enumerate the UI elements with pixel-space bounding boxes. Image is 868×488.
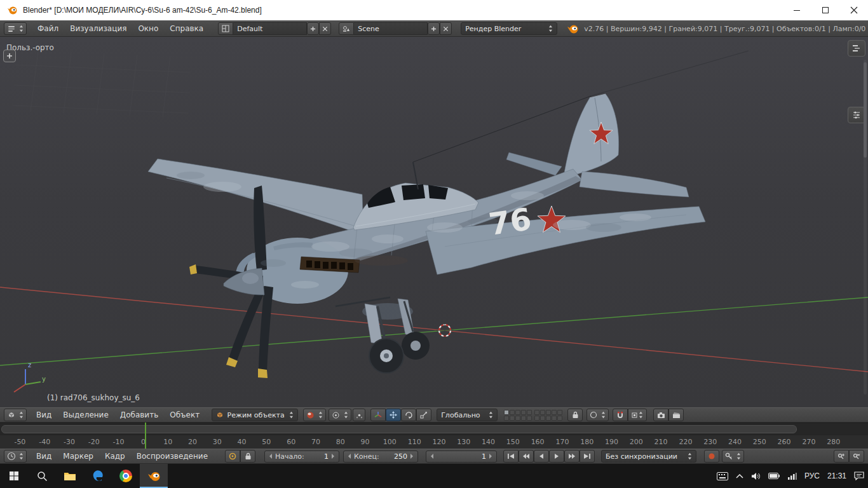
jump-start-icon xyxy=(507,453,515,459)
timeline-tick: -40 xyxy=(32,438,57,446)
play-button[interactable] xyxy=(549,450,564,463)
insert-keyframe-button[interactable] xyxy=(834,450,849,463)
chrome-button[interactable] xyxy=(112,464,140,488)
outliner-icon xyxy=(852,44,861,53)
window-controls xyxy=(782,0,868,20)
tray-keyboard-icon[interactable] xyxy=(717,472,728,480)
minimize-button[interactable] xyxy=(782,0,811,20)
jump-to-end-button[interactable] xyxy=(580,450,595,463)
start-button[interactable] xyxy=(0,464,28,488)
proportional-edit-dropdown[interactable] xyxy=(587,409,609,421)
blender-taskbar-button[interactable] xyxy=(140,464,168,488)
mode-dropdown[interactable]: Режим объекта xyxy=(212,409,298,421)
current-frame-field[interactable]: 1 xyxy=(426,451,497,463)
viewport-shading-dropdown[interactable] xyxy=(303,409,326,421)
close-button[interactable] xyxy=(839,0,868,20)
menu-item[interactable]: Выделение xyxy=(57,410,114,419)
transform-orientation-dropdown[interactable]: Глобально xyxy=(437,409,498,421)
pivot-point-dropdown[interactable] xyxy=(329,409,351,421)
menu-item[interactable]: Кадр xyxy=(99,452,131,461)
menu-item[interactable]: Справка xyxy=(164,24,209,33)
snap-element-dropdown[interactable] xyxy=(628,409,647,421)
menu-item[interactable]: Визуализация xyxy=(64,24,132,33)
jump-next-keyframe-button[interactable] xyxy=(564,450,580,463)
proportional-circle-icon xyxy=(590,411,597,419)
frame-end-field[interactable]: Конец: 250 xyxy=(343,451,418,463)
editor-type-button-view3d[interactable] xyxy=(4,409,27,421)
axis-y-line xyxy=(0,297,868,365)
action-center-icon[interactable] xyxy=(854,471,864,480)
maximize-button[interactable] xyxy=(811,0,839,20)
scale-manipulator-button[interactable] xyxy=(416,409,431,421)
timeline-scrollbar-thumb[interactable] xyxy=(1,425,797,433)
toolshelf-expand-tab[interactable] xyxy=(3,50,16,62)
hidden-icons-chevron[interactable] xyxy=(736,473,743,478)
edge-icon xyxy=(92,470,104,482)
frame-end-value: 250 xyxy=(394,452,407,461)
manipulator-toggle-button[interactable] xyxy=(370,409,386,421)
file-explorer-button[interactable] xyxy=(56,464,84,488)
clock[interactable]: 21:31 xyxy=(827,471,846,480)
screen-layout-field[interactable]: Default xyxy=(233,22,307,35)
edge-button[interactable] xyxy=(84,464,112,488)
play-reverse-button[interactable] xyxy=(534,450,549,463)
sync-mode-dropdown[interactable]: Без синхронизации xyxy=(601,450,696,463)
menu-item[interactable]: Вид xyxy=(31,410,57,419)
editor-type-button-timeline[interactable] xyxy=(4,450,27,463)
menu-item[interactable]: Воспроизведение xyxy=(131,452,214,461)
frame-start-field[interactable]: Начало: 1 xyxy=(264,451,339,463)
preview-range-toggle[interactable] xyxy=(225,450,240,463)
viewport-scrollbar[interactable] xyxy=(864,60,867,395)
timeline-ruler[interactable]: -50-40-30-20-100102030405060708090100110… xyxy=(0,435,868,449)
frame-start-value: 1 xyxy=(324,452,329,461)
timeline-scrub-area[interactable] xyxy=(0,423,868,435)
menu-item[interactable]: Добавить xyxy=(114,410,164,419)
volume-icon[interactable] xyxy=(751,472,761,480)
rotate-manipulator-button[interactable] xyxy=(401,409,416,421)
screen-layout-browse-button[interactable] xyxy=(218,22,233,35)
network-icon[interactable] xyxy=(787,473,797,480)
timeline-tick: 150 xyxy=(501,438,526,446)
auto-keyframe-record-button[interactable] xyxy=(704,450,719,463)
add-scene-button[interactable] xyxy=(428,22,440,35)
render-engine-dropdown[interactable]: Рендер Blender xyxy=(461,22,557,35)
viewport-3d[interactable]: 76 Поль xyxy=(0,37,868,407)
menu-item[interactable]: Файл xyxy=(32,24,64,33)
keying-set-dropdown[interactable] xyxy=(722,450,744,463)
delete-screen-layout-button[interactable] xyxy=(319,22,331,35)
chevron-updown-icon xyxy=(19,25,24,32)
axis-x-line xyxy=(0,287,868,372)
add-screen-layout-button[interactable] xyxy=(307,22,319,35)
outliner-collapsed-tab[interactable] xyxy=(848,40,865,57)
clapper-icon xyxy=(672,412,681,419)
scene-browse-button[interactable] xyxy=(339,22,354,35)
chevron-updown-icon xyxy=(289,411,294,419)
battery-icon[interactable] xyxy=(768,473,780,479)
layers-widget[interactable] xyxy=(504,410,562,421)
language-indicator[interactable]: РУС xyxy=(804,471,820,480)
menu-item[interactable]: Окно xyxy=(132,24,164,33)
gizmo-z-label: z xyxy=(28,362,31,369)
snap-magnet-button[interactable] xyxy=(613,409,628,421)
jump-prev-keyframe-button[interactable] xyxy=(519,450,534,463)
plus-icon xyxy=(431,26,437,32)
translate-manipulator-button[interactable] xyxy=(386,409,401,421)
pivot-center-toggle[interactable] xyxy=(353,409,365,421)
lock-to-scene-button[interactable] xyxy=(567,409,583,421)
manipulator-buttons xyxy=(370,409,431,421)
jump-to-start-button[interactable] xyxy=(503,450,519,463)
viewport-scrollbar-thumb[interactable] xyxy=(864,62,867,158)
opengl-render-button[interactable] xyxy=(653,409,668,421)
properties-collapsed-tab[interactable] xyxy=(848,107,865,123)
lock-frame-toggle[interactable] xyxy=(240,450,255,463)
delete-scene-button[interactable] xyxy=(440,22,452,35)
search-button[interactable] xyxy=(28,464,56,488)
menu-item[interactable]: Маркер xyxy=(57,452,99,461)
opengl-render-anim-button[interactable] xyxy=(668,409,684,421)
delete-keyframe-button[interactable] xyxy=(849,450,864,463)
scene-name-field[interactable]: Scene xyxy=(354,22,428,35)
menu-item[interactable]: Объект xyxy=(164,410,205,419)
menu-item[interactable]: Вид xyxy=(31,452,57,461)
editor-type-button-info[interactable] xyxy=(4,22,27,35)
current-frame-indicator[interactable] xyxy=(145,423,146,449)
